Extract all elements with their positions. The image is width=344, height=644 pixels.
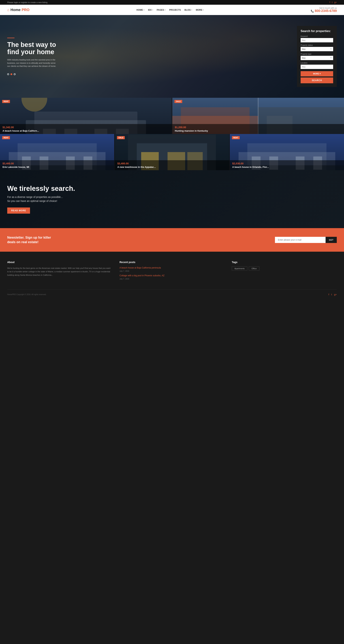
property-card-1[interactable]: RENT $1,342.00 A beach house at Baja Cal… [0,98,172,134]
location-input[interactable] [301,65,333,69]
mid-banner: We tirelessly search. For as a diverse r… [0,170,344,228]
property-card-2[interactable]: SALE $1,200.00 Hunting mansion in Kentuc… [172,98,344,134]
property-price-5: $2,030.00 [232,162,342,165]
hero-headline: The best way to find your home [7,41,70,56]
hero-section: The best way to find your home With indu… [0,15,344,98]
property-info-2: $1,200.00 Hunting mansion in Kentucky [172,124,344,134]
twitter-icon-footer[interactable]: t [331,293,332,296]
footer-tags-col: Tags Apartments Office [232,261,337,282]
hero-dots [7,73,70,75]
search-button[interactable]: SEARCH [301,78,333,83]
nav-home[interactable]: HOME ▾ [137,9,145,11]
mid-banner-subtext: For as a diverse range of properties as … [7,195,98,203]
status-select[interactable]: Any For Rent For Sale [301,47,333,51]
property-info-1: $1,342.00 A beach house at Baja Californ… [0,124,172,134]
top-bar-login: Please login or register to create a new… [7,1,48,4]
more-button[interactable]: MORE ▾ [301,71,333,76]
search-box: Search for properties: Keyword Property … [297,26,337,87]
newsletter-email-input[interactable] [275,237,326,243]
property-badge-5: RENT [232,136,240,139]
header: ⌂ HomePRO HOME ▾ IDX ▾ PAGES ▾ PROJECTS … [0,5,344,15]
hero-dot-3[interactable] [14,73,15,75]
googleplus-icon-footer[interactable]: g+ [334,293,337,296]
type-label: Property type [301,53,333,55]
footer-post-2[interactable]: Cottage with a big pool in Phoenix subur… [120,274,224,277]
please-text: Please [7,1,14,4]
logo[interactable]: ⌂ HomePRO [7,8,29,12]
pages-dropdown-arrow: ▾ [165,9,166,11]
nav-more[interactable]: MORE ▾ [196,9,204,11]
footer-social-icons: f t g+ [329,293,337,296]
property-info-5: $2,030.00 A beach house in Orlando, Flor… [230,160,344,170]
or-text: or [19,1,21,4]
type-select[interactable]: Any House Apartment Office [301,56,333,60]
hero-content: The best way to find your home With indu… [7,38,70,75]
hero-dot-1[interactable] [7,73,9,75]
footer-bottom: HomePRO Copyright © 2016. All rights res… [7,289,337,296]
footer-tags-list: Apartments Office [232,266,337,270]
newsletter-headline: Newsletter. Sign up for killer deals on … [7,235,58,244]
footer-post-2-date: July 7, 2016 [120,278,224,280]
footer-post-1-date: July 7, 2016 [120,270,224,272]
phone-digits: 800-2345-6789 [315,9,337,13]
property-title-4: A new townhouse in the Appalac... [117,166,226,168]
read-more-button[interactable]: READ MORE [7,208,30,214]
keyword-input[interactable] [301,38,333,42]
home-icon: ⌂ [7,8,9,12]
logo-pro: PRO [22,8,29,12]
property-price-1: $1,342.00 [2,126,169,129]
hero-dot-2[interactable] [10,73,12,75]
footer-tag-office[interactable]: Office [249,266,259,270]
phone-icon: 📞 [311,10,314,12]
footer-copyright: HomePRO Copyright © 2016. All rights res… [7,294,46,296]
create-text: to create a new listing. [28,1,48,4]
property-title-1: A beach house at Baja Californ... [2,130,169,132]
property-title-2: Hunting mansion in Kentucky [175,130,342,132]
property-title-3: Erie Lakeside house, MI [2,166,112,168]
facebook-icon-top[interactable]: f [330,1,330,4]
top-bar: Please login or register to create a new… [0,0,344,5]
footer-about-title: About [7,261,112,264]
property-badge-2: SALE [174,100,182,103]
footer-tags-title: Tags [232,261,337,264]
property-price-4: $3,400.00 [117,162,226,165]
keyword-label: Keyword [301,35,333,37]
footer-about-col: About We're hunting for the best gems on… [7,261,112,282]
main-nav: HOME ▾ IDX ▾ PAGES ▾ PROJECTS BLOG ▾ MOR… [137,9,204,11]
status-label: Property status [301,44,333,46]
nav-idx[interactable]: IDX ▾ [148,9,153,11]
newsletter-submit-button[interactable]: GET [326,237,337,243]
googleplus-icon-top[interactable]: g+ [334,1,337,4]
property-title-5: A beach house in Orlando, Flor... [232,166,342,168]
footer-about-text: We're hunting for the best gems on the A… [7,266,112,277]
login-link[interactable]: login [14,1,18,4]
register-link[interactable]: register [21,1,28,4]
contact-label: Get in touch with us [311,7,337,9]
property-grid-row2: RENT $3,400.00 Erie Lakeside house, MI S… [0,134,344,170]
twitter-icon-top[interactable]: t [332,1,333,4]
nav-pages[interactable]: PAGES ▾ [157,9,166,11]
property-card-5[interactable]: RENT $2,030.00 A beach house in Orlando,… [230,134,344,170]
facebook-icon-footer[interactable]: f [329,293,329,296]
footer-posts-col: Recent posts A beach house at Baja Calif… [120,261,224,282]
footer-tag-apartments[interactable]: Apartments [232,266,247,270]
property-price-3: $3,400.00 [2,162,112,165]
property-card-3[interactable]: RENT $3,400.00 Erie Lakeside house, MI [0,134,114,170]
search-box-title: Search for properties: [301,30,333,33]
newsletter-form: GET [275,237,337,243]
property-badge-1: RENT [2,100,10,103]
nav-blog[interactable]: BLOG ▾ [184,9,192,11]
property-info-3: $3,400.00 Erie Lakeside house, MI [0,160,114,170]
more-dropdown-arrow: ▾ [203,9,204,11]
phone-number[interactable]: 📞 800-2345-6789 [311,9,337,13]
property-price-2: $1,200.00 [175,126,342,129]
property-grid-row1: RENT $1,342.00 A beach house at Baja Cal… [0,98,344,134]
nav-projects[interactable]: PROJECTS [169,9,181,11]
newsletter-section: Newsletter. Sign up for killer deals on … [0,228,344,252]
header-contact: Get in touch with us 📞 800-2345-6789 [311,7,337,13]
property-card-4[interactable]: SALE $3,400.00 A new townhouse in the Ap… [115,134,229,170]
property-badge-3: RENT [2,136,10,139]
footer-post-1[interactable]: A beach house at Baja California peninsu… [120,266,224,269]
location-label: Location [301,62,333,64]
property-badge-4: SALE [117,136,125,139]
